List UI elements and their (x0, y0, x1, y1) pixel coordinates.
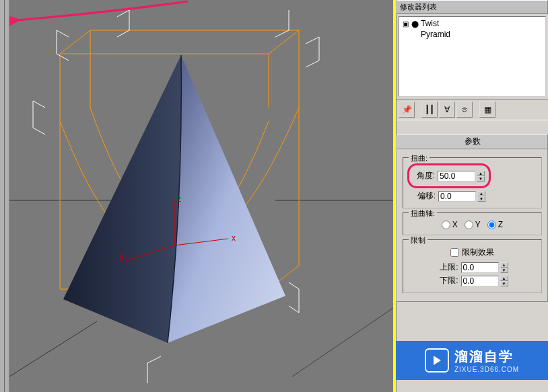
watermark-title: 溜溜自学 (454, 348, 519, 366)
params-rollup: 参数 扭曲: 角度: ▲ ▼ 偏移: (397, 134, 548, 302)
lower-spinner-up[interactable]: ▲ (500, 276, 508, 281)
svg-text:y: y (120, 251, 124, 261)
svg-text:z: z (177, 194, 181, 204)
watermark-subtitle: ZIXUE.3D66.COM (454, 366, 519, 373)
angle-highlight: 角度: ▲ ▼ (407, 163, 491, 188)
svg-text:x: x (232, 233, 236, 243)
modifier-item-twist[interactable]: ▣ ⬤ Twist (401, 18, 544, 29)
remove-modifier-button[interactable]: ㅎ (456, 102, 473, 118)
modifier-label: Twist (421, 19, 439, 28)
angle-spinner-down[interactable]: ▼ (477, 176, 485, 182)
axis-z-radio[interactable]: Z (487, 220, 503, 229)
modifier-toolbar: 📌 ┃┃ ∀ ㅎ ▦ (397, 99, 548, 120)
upper-spinner-down[interactable]: ▼ (500, 268, 508, 273)
params-title[interactable]: 参数 (397, 134, 547, 149)
bias-spinner-down[interactable]: ▼ (477, 196, 485, 202)
ruler-vertical (0, 0, 9, 392)
svg-line-3 (292, 308, 393, 377)
angle-label: 角度: (413, 170, 436, 182)
modifier-stack[interactable]: ▣ ⬤ Twist Pyramid (399, 16, 546, 97)
viewport-scene: x y z (9, 0, 393, 392)
modifier-panel: 修改器列表 ▣ ⬤ Twist Pyramid 📌 ┃┃ ∀ ㅎ ▦ 参数 扭曲… (396, 0, 548, 392)
axis-x-radio[interactable]: X (442, 220, 458, 229)
limit-effect-label: 限制效果 (462, 247, 494, 258)
twist-group: 扭曲: 角度: ▲ ▼ 偏移: ▲ (403, 157, 542, 208)
make-unique-button[interactable]: ∀ (439, 102, 455, 118)
axis-group-label: 扭曲轴: (409, 208, 437, 219)
lower-spinner-down[interactable]: ▼ (500, 281, 508, 286)
expand-icon[interactable]: ▣ (402, 20, 409, 27)
watermark-logo-icon (425, 348, 449, 373)
expand-icon (402, 31, 409, 38)
show-end-result-button[interactable]: ┃┃ (421, 102, 438, 118)
svg-marker-21 (434, 356, 441, 365)
lower-label: 下限: (437, 275, 460, 286)
svg-line-2 (9, 321, 97, 377)
angle-input[interactable] (438, 171, 475, 182)
bias-spinner-up[interactable]: ▲ (477, 191, 485, 196)
plug-icon (411, 31, 418, 38)
viewport[interactable]: x y z (0, 0, 393, 392)
pin-stack-button[interactable]: 📌 (399, 102, 415, 118)
limit-group-label: 限制 (409, 235, 427, 245)
upper-label: 上限: (437, 262, 460, 273)
plug-icon: ⬤ (411, 20, 418, 27)
twist-group-label: 扭曲: (409, 153, 430, 163)
limit-group: 限制 限制效果 上限: ▲ ▼ 下限: ▲ (403, 239, 542, 293)
configure-sets-button[interactable]: ▦ (479, 102, 495, 118)
svg-line-6 (269, 30, 299, 54)
bias-input[interactable] (438, 191, 476, 202)
modifier-item-pyramid[interactable]: Pyramid (401, 29, 544, 40)
modifier-list-header[interactable]: 修改器列表 (397, 0, 548, 14)
svg-line-5 (60, 30, 90, 54)
angle-spinner-up[interactable]: ▲ (477, 171, 485, 176)
lower-input[interactable] (461, 276, 499, 286)
upper-input[interactable] (461, 262, 499, 273)
axis-group: 扭曲轴: X Y Z (403, 212, 542, 235)
upper-spinner-up[interactable]: ▲ (500, 262, 508, 268)
modifier-label: Pyramid (421, 30, 450, 39)
watermark: 溜溜自学 ZIXUE.3D66.COM (396, 341, 548, 380)
bias-label: 偏移: (414, 190, 437, 202)
limit-effect-checkbox[interactable] (450, 248, 459, 257)
axis-y-radio[interactable]: Y (465, 220, 481, 229)
